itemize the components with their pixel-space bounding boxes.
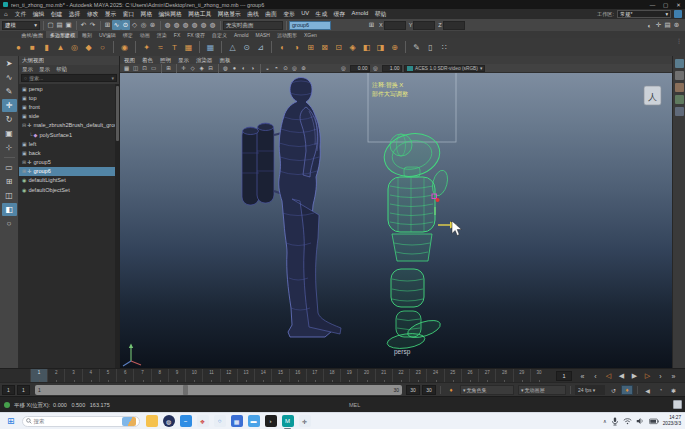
motion-blur-icon[interactable]: ⊙ (281, 64, 290, 72)
boolean-icon[interactable]: ▦ (204, 40, 217, 54)
bevel-icon[interactable]: ⊡ (332, 40, 345, 54)
crease-tool-icon[interactable]: ✎ (410, 40, 423, 54)
timeline-frame-10[interactable]: 10 (185, 369, 202, 383)
poly-cube-icon[interactable]: ■ (26, 40, 39, 54)
timeline-frame-27[interactable]: 27 (478, 369, 495, 383)
selection-mask-curve-icon[interactable]: ◍ (199, 20, 208, 30)
wedge-icon[interactable]: ◨ (374, 40, 387, 54)
poly-cone-icon[interactable]: ▲ (54, 40, 67, 54)
netdisk-icon[interactable]: ~ (180, 415, 192, 427)
outliner-menu-1[interactable]: 显示 (39, 66, 50, 73)
selection-mask-object-icon[interactable]: ◍ (172, 20, 181, 30)
viewport-menu-2[interactable]: 照明 (160, 57, 171, 64)
file-explorer-icon[interactable] (146, 415, 158, 427)
rotate-tool[interactable]: ↻ (2, 113, 17, 126)
menubar-item-18[interactable]: 帮助 (371, 10, 389, 19)
menubar-item-0[interactable]: 文件 (12, 10, 30, 19)
z-coordinate-input[interactable] (443, 21, 465, 30)
calculator-icon[interactable]: ▦ (231, 415, 243, 427)
poly-torus-icon[interactable]: ◎ (68, 40, 81, 54)
timeline-frame-20[interactable]: 20 (357, 369, 374, 383)
outliner-item-top[interactable]: ▣top (19, 93, 115, 102)
poly-plane-icon[interactable]: ◆ (82, 40, 95, 54)
playback-end-field[interactable]: 30 (422, 385, 436, 395)
shelf-tab-3[interactable]: UV编辑 (95, 31, 119, 38)
paint-select-tool[interactable]: ✎ (2, 85, 17, 98)
expand-toggle-icon[interactable]: ⊟ (22, 122, 26, 128)
workspace-select[interactable]: 常规* ▾ (617, 10, 671, 18)
multi-cut-icon[interactable]: ≈ (154, 40, 167, 54)
align-icon[interactable]: △ (226, 40, 239, 54)
new-scene-icon[interactable]: ▢ (46, 20, 55, 30)
menubar-item-11[interactable]: 曲线 (244, 10, 262, 19)
symmetry-icon[interactable]: ◐ (645, 20, 654, 30)
separate-icon[interactable]: ◑ (290, 40, 303, 54)
poly-text-icon[interactable]: T (168, 40, 181, 54)
home-icon[interactable]: ⌂ (4, 11, 8, 17)
shelf-tab-10[interactable]: Arnold (231, 31, 252, 38)
timeline-frame-23[interactable]: 23 (409, 369, 426, 383)
playback-step-forward-key[interactable]: ▷ (641, 370, 654, 382)
selection-mask-hierarchy-icon[interactable]: ◍ (163, 20, 172, 30)
expand-toggle-icon[interactable]: ⊞ (22, 168, 26, 174)
save-scene-icon[interactable]: ▣ (64, 20, 73, 30)
snap-together-icon[interactable]: ⊙ (240, 40, 253, 54)
gamma-icon[interactable]: ◎ (371, 64, 380, 72)
evaluation-icon[interactable]: ✛ (654, 20, 663, 30)
playback-play-forwards[interactable]: ▶ (628, 370, 641, 382)
measure-icon[interactable]: ⊿ (254, 40, 267, 54)
floating-widget[interactable]: 人 (644, 86, 661, 105)
search-highlight-thumbnail[interactable] (122, 417, 136, 426)
range-slider-handle[interactable] (183, 385, 188, 395)
outliner-item-defaultObjectSet[interactable]: ◉defaultObjectSet (19, 185, 115, 194)
2d-pan-zoom-icon[interactable]: ✛ (179, 64, 188, 72)
menubar-item-3[interactable]: 选择 (66, 10, 84, 19)
start-button[interactable]: ⊞ (7, 416, 15, 426)
layout-outliner-persp[interactable]: ◧ (2, 203, 17, 216)
lasso-select-tool[interactable]: ∿ (2, 71, 17, 84)
combine-icon[interactable]: ◐ (276, 40, 289, 54)
timeline-frame-14[interactable]: 14 (254, 369, 271, 383)
outliner-item-back[interactable]: ▣back (19, 148, 115, 157)
shadows-icon[interactable]: ◒ (263, 64, 272, 72)
rename-input[interactable]: group6 (289, 21, 331, 30)
taskbar-search[interactable]: 搜索 (22, 416, 140, 427)
live-surface-field[interactable]: 无实时曲面 (223, 21, 283, 30)
character-set-dropdown[interactable]: ▾ 无角色集 (460, 385, 514, 395)
close-button[interactable]: ✕ (672, 2, 685, 8)
viewport-menu-1[interactable]: 着色 (142, 57, 153, 64)
timeline-frame-4[interactable]: 4 (82, 369, 99, 383)
last-used-tool[interactable]: ⊹ (2, 141, 17, 154)
outliner-item-polySurface1[interactable]: └◆polySurface1 (19, 130, 115, 139)
timeline-frame-15[interactable]: 15 (271, 369, 288, 383)
ao-icon[interactable]: ◓ (272, 64, 281, 72)
outliner-menu-0[interactable]: 显示 (22, 66, 33, 73)
search-input[interactable]: 搜索... (29, 75, 109, 81)
mirror-icon[interactable]: ◧ (360, 40, 373, 54)
layout-single-pane[interactable]: ▭ (2, 161, 17, 174)
snap-to-curves-icon[interactable]: ∿ (112, 20, 121, 30)
menubar-item-15[interactable]: 生成 (312, 10, 330, 19)
scale-tool[interactable]: ▣ (2, 127, 17, 140)
timeline-frame-16[interactable]: 16 (289, 369, 306, 383)
image-plane-icon[interactable]: ⊞ (164, 64, 173, 72)
menu-set-dropdown[interactable]: 建模 ▾ (2, 21, 40, 30)
shelf-tab-12[interactable]: 运动图形 (273, 31, 300, 38)
shelf-tab-11[interactable]: MASH (252, 31, 273, 38)
menubar-item-9[interactable]: 网格工具 (185, 10, 215, 19)
sculpt-tool-icon[interactable]: ◉ (118, 40, 131, 54)
playback-start-field[interactable]: 1 (2, 385, 15, 395)
layout-four-pane[interactable]: ⊞ (2, 175, 17, 188)
snap-to-planes-icon[interactable]: ◇ (130, 20, 139, 30)
undo-icon[interactable]: ↶ (79, 20, 88, 30)
normals-icon[interactable]: ∷ (438, 40, 451, 54)
shelf-tab-2[interactable]: 雕刻 (78, 31, 95, 38)
timeline-frame-30[interactable]: 30 (530, 369, 547, 383)
chat-app-icon[interactable]: ▬ (248, 415, 260, 427)
gate-mask-icon[interactable]: ⊟ (206, 64, 215, 72)
maximize-button[interactable]: ▢ (659, 2, 672, 8)
manipulator-pivot-dot[interactable] (436, 198, 440, 202)
outliner-search[interactable]: ○ 搜索... ▾ (21, 74, 117, 82)
outliner-item-side[interactable]: ▣side (19, 112, 115, 121)
menubar-item-10[interactable]: 网格显示 (215, 10, 245, 19)
